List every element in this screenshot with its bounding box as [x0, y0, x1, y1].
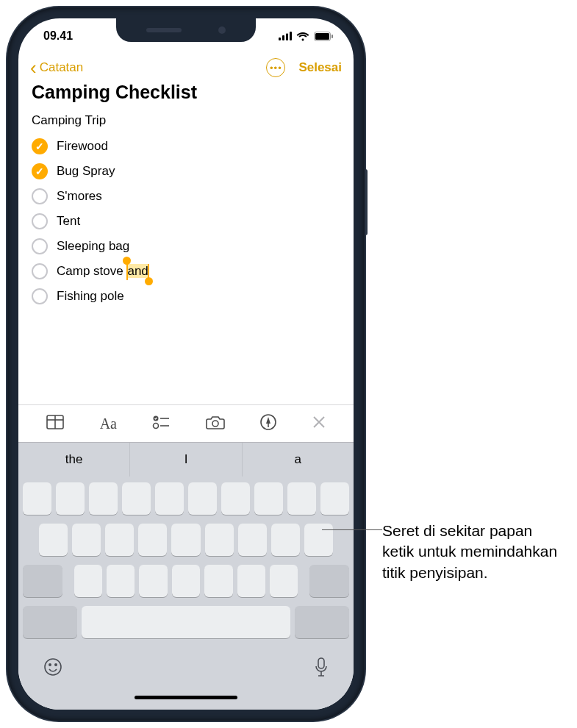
suggestion[interactable]: a	[243, 443, 354, 477]
key-blank[interactable]	[171, 524, 200, 556]
svg-rect-2	[286, 34, 288, 41]
suggestion[interactable]: I	[130, 443, 242, 477]
note-title[interactable]: Camping Checklist	[18, 80, 354, 110]
done-button[interactable]: Selesai	[298, 60, 342, 75]
status-right	[279, 32, 333, 41]
key-blank[interactable]	[237, 565, 265, 597]
key-blank[interactable]	[254, 482, 283, 515]
svg-rect-1	[282, 35, 284, 40]
key-blank[interactable]	[188, 482, 217, 515]
svg-point-19	[45, 659, 61, 675]
note-body[interactable]: Camping Trip Firewood Bug Spray S'mores …	[18, 110, 354, 404]
keyboard-trackpad[interactable]	[18, 477, 354, 710]
checklist-label[interactable]: Fishing pole	[57, 289, 124, 304]
checklist-label[interactable]: Firewood	[57, 139, 108, 154]
checkbox-icon[interactable]	[32, 138, 48, 154]
key-blank[interactable]	[72, 524, 101, 556]
key-shift[interactable]	[23, 565, 62, 597]
checkbox-icon[interactable]	[32, 188, 48, 204]
svg-rect-0	[279, 38, 281, 40]
dictation-icon[interactable]	[314, 657, 329, 681]
checklist-item[interactable]: Camp stove and	[32, 259, 340, 284]
key-delete[interactable]	[309, 565, 349, 597]
key-blank[interactable]	[122, 482, 151, 515]
back-button[interactable]: ‹ Catatan	[30, 58, 83, 77]
checkbox-icon[interactable]	[32, 238, 48, 254]
key-blank[interactable]	[56, 482, 85, 515]
checklist-label[interactable]: Tent	[57, 214, 80, 229]
svg-rect-6	[331, 35, 333, 38]
checklist-item[interactable]: Sleeping bag	[32, 234, 340, 259]
svg-rect-3	[290, 32, 292, 40]
checkbox-icon[interactable]	[32, 163, 48, 179]
key-blank[interactable]	[155, 482, 184, 515]
key-blank[interactable]	[107, 565, 135, 597]
wifi-icon	[296, 32, 309, 41]
emoji-icon[interactable]	[43, 657, 62, 681]
key-blank[interactable]	[138, 524, 167, 556]
suggestion[interactable]: the	[18, 443, 130, 477]
key-blank[interactable]	[204, 565, 232, 597]
key-numbers[interactable]	[23, 606, 77, 638]
svg-point-20	[49, 664, 51, 665]
key-blank[interactable]	[205, 524, 234, 556]
key-blank[interactable]	[139, 565, 167, 597]
back-label: Catatan	[40, 60, 84, 75]
svg-point-14	[212, 421, 218, 427]
checklist-item[interactable]: Bug Spray	[32, 159, 340, 184]
checkbox-icon[interactable]	[32, 288, 48, 304]
key-space[interactable]	[82, 606, 290, 638]
camera-icon[interactable]	[206, 415, 225, 432]
notch	[116, 18, 256, 42]
note-subheading[interactable]: Camping Trip	[32, 113, 340, 128]
key-return[interactable]	[295, 606, 349, 638]
selection-handle-end-icon[interactable]	[145, 277, 153, 285]
home-indicator[interactable]	[135, 696, 237, 699]
callout-text: Seret di sekitar papan ketik untuk memin…	[382, 521, 566, 583]
svg-rect-22	[318, 658, 324, 668]
key-blank[interactable]	[74, 565, 102, 597]
text-selection[interactable]: and	[126, 264, 148, 278]
key-blank[interactable]	[287, 482, 316, 515]
predictive-bar: the I a	[18, 443, 354, 477]
key-blank[interactable]	[105, 524, 134, 556]
format-toolbar: Aa	[18, 404, 354, 443]
key-blank[interactable]	[271, 524, 300, 556]
svg-point-12	[154, 424, 159, 429]
checklist-item[interactable]: S'mores	[32, 184, 340, 209]
key-blank[interactable]	[221, 482, 250, 515]
checklist-label[interactable]: Bug Spray	[57, 164, 115, 179]
markup-icon[interactable]	[260, 414, 276, 433]
checkbox-icon[interactable]	[32, 263, 48, 279]
key-blank[interactable]	[172, 565, 200, 597]
key-blank[interactable]	[39, 524, 68, 556]
checklist-item[interactable]: Tent	[32, 209, 340, 234]
checklist-icon[interactable]	[152, 415, 170, 432]
screen: 09.41 ‹ Catatan ••• Selesai Camping Chec…	[18, 18, 354, 710]
key-blank[interactable]	[238, 524, 267, 556]
key-blank[interactable]	[304, 524, 333, 556]
phone-frame: 09.41 ‹ Catatan ••• Selesai Camping Chec…	[7, 7, 365, 721]
checkbox-icon[interactable]	[32, 213, 48, 229]
checklist-item[interactable]: Firewood	[32, 134, 340, 159]
table-icon[interactable]	[46, 415, 64, 432]
battery-icon	[314, 32, 333, 41]
more-button[interactable]: •••	[266, 58, 285, 77]
checklist-item[interactable]: Fishing pole	[32, 284, 340, 309]
checklist-label[interactable]: Camp stove and	[57, 264, 149, 279]
checklist-label[interactable]: Sleeping bag	[57, 239, 129, 254]
key-blank[interactable]	[320, 482, 349, 515]
close-icon[interactable]	[312, 415, 326, 432]
checklist-label[interactable]: S'mores	[57, 189, 102, 204]
cellular-icon	[279, 32, 292, 40]
status-time: 09.41	[43, 29, 73, 43]
key-blank[interactable]	[89, 482, 118, 515]
svg-point-21	[55, 664, 57, 665]
nav-bar: ‹ Catatan ••• Selesai	[18, 54, 354, 80]
chevron-left-icon: ‹	[30, 58, 37, 77]
key-blank[interactable]	[23, 482, 51, 515]
svg-rect-5	[315, 33, 329, 40]
text-format-icon[interactable]: Aa	[100, 415, 117, 432]
ellipsis-icon: •••	[270, 63, 282, 74]
key-blank[interactable]	[270, 565, 298, 597]
